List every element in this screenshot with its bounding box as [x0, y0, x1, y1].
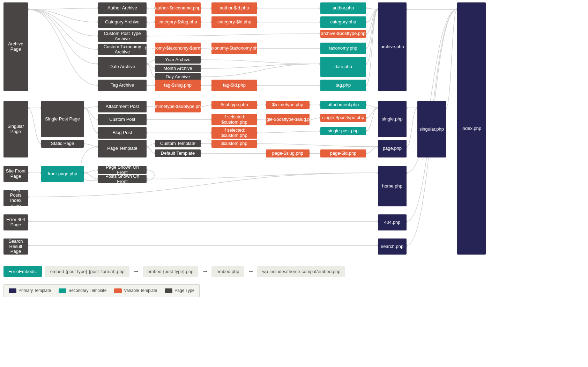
node-tag-slug: tag-$slug.php — [155, 80, 201, 91]
node-author-nicename: author-$nicename.php — [155, 2, 201, 14]
node-page-template: Page Template — [98, 140, 147, 157]
node-taxonomy-term: taxonomy-$taxonomy-$term.php — [155, 43, 201, 54]
node-author-id: author-$id.php — [211, 2, 257, 14]
node-mimetype: $mimetype.php — [266, 101, 310, 109]
node-date-php: date.php — [320, 57, 366, 77]
node-404-php: 404.php — [378, 214, 407, 230]
legend-primary: Primary Template — [9, 288, 51, 293]
node-attachment-php: attachment.php — [320, 101, 366, 109]
node-month-archive: Month Archive — [155, 65, 201, 72]
legend-variable: Variable Template — [114, 288, 157, 293]
node-taxonomy-php: taxonomy.php — [320, 43, 366, 54]
node-author-archive: Author Archive — [98, 2, 147, 14]
node-custom-post: Custom Post — [98, 114, 147, 125]
node-posts-shown-on-front: Posts Shown On Front — [98, 175, 147, 183]
node-search-result-page: Search Result Page — [3, 238, 28, 255]
node-blog-post: Blog Post — [98, 127, 147, 139]
node-page-id: page-$id.php — [320, 149, 366, 157]
oembed-label: For oEmbeds: — [3, 266, 42, 277]
oembed-step-1: embed-{post-type}.php — [143, 266, 199, 277]
node-category-id: category-$id.php — [211, 16, 257, 28]
node-date-archive: Date Archive — [98, 57, 147, 77]
node-single-post-php: single-post.php — [320, 127, 366, 135]
node-author-php: author.php — [320, 2, 366, 14]
node-front-page-php: front-page.php — [41, 166, 84, 182]
arrow-right-icon: → — [247, 268, 254, 275]
legend-pagetype: Page Type — [165, 288, 194, 293]
node-custom-php: $custom.php — [211, 140, 257, 148]
node-search-php: search.php — [378, 238, 407, 255]
node-single-posttype: single-$posttype.php — [320, 114, 366, 122]
node-static-page: Static Page — [41, 140, 84, 148]
node-single-php: single.php — [378, 101, 407, 137]
node-tag-id: tag-$id.php — [211, 80, 257, 91]
node-tag-archive: Tag Archive — [98, 80, 147, 91]
template-hierarchy-diagram: For oEmbeds: embed-{post-type}-{post_for… — [0, 0, 588, 367]
node-index-php: index.php — [457, 2, 486, 255]
node-home-php: home.php — [378, 166, 407, 206]
oembed-step-2: embed.php — [211, 266, 244, 277]
node-category-php: category.php — [320, 16, 366, 28]
legend: Primary Template Secondary Template Vari… — [3, 284, 200, 297]
node-archive-posttype: archive-$posttype.php — [320, 30, 366, 38]
node-error-404-page: Error 404 Page — [3, 214, 28, 230]
node-singular-page: Singular Page — [3, 101, 28, 157]
node-page-slug: page-$slug.php — [266, 149, 310, 157]
node-mimetype-subtype: $mimetype-$subtype.php — [155, 101, 201, 112]
node-taxonomy-tax: taxonomy-$taxonomy.php — [211, 43, 257, 54]
oembed-step-0: embed-{post-type}-{post_format}.php — [45, 266, 129, 277]
node-archive-php: archive.php — [378, 2, 407, 91]
node-singular-php: singular.php — [417, 101, 446, 157]
node-page-php: page.php — [378, 140, 407, 157]
node-if-selected-2: If selected: $custom.php — [211, 127, 257, 139]
legend-secondary: Secondary Template — [59, 288, 106, 293]
node-custom-template: Custom Template — [155, 140, 201, 147]
node-subtype: $subtype.php — [211, 101, 257, 109]
oembed-step-3: wp-includes/theme-compat/embed.php — [257, 266, 345, 277]
node-if-selected-1: If selected: $custom.php — [211, 114, 257, 125]
node-page-shown-on-front: Page Shown On Front — [98, 166, 147, 174]
node-default-template: Default Template — [155, 149, 201, 157]
connector-lines — [0, 0, 588, 367]
node-cpt-archive: Custom Post Type Archive — [98, 30, 147, 42]
node-category-archive: Category Archive — [98, 16, 147, 28]
node-category-slug: category-$slug.php — [155, 16, 201, 28]
node-archive-page: Archive Page — [3, 2, 28, 91]
node-single-posttype-slug: single-$posttype-$slug.php — [266, 114, 310, 125]
oembed-row: For oEmbeds: embed-{post-type}-{post_for… — [3, 266, 345, 277]
node-site-front-page: Site Front Page — [3, 166, 28, 182]
node-tag-php: tag.php — [320, 80, 366, 91]
node-year-archive: Year Archive — [155, 56, 201, 64]
node-blog-posts-index-page: Blog Posts Index page — [3, 190, 28, 206]
node-attachment-post: Attachment Post — [98, 101, 147, 112]
arrow-right-icon: → — [133, 268, 139, 275]
arrow-right-icon: → — [202, 268, 208, 275]
node-custom-tax-archive: Custom Taxonomy Archive — [98, 44, 147, 55]
node-single-post-page: Single Post Page — [41, 101, 84, 137]
